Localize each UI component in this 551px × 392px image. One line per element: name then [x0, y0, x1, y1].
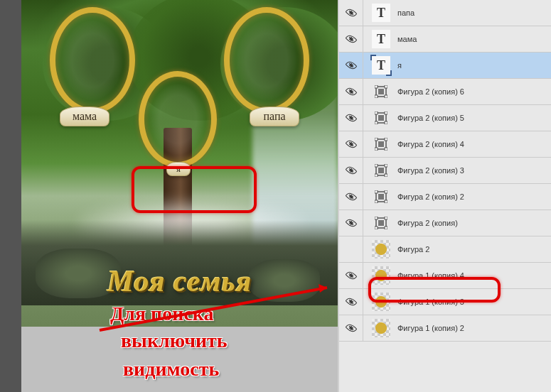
layer-thumbnail[interactable]	[372, 109, 390, 127]
layer-row-9[interactable]: Фигура 2	[339, 236, 551, 263]
layer-visibility-toggle[interactable]	[339, 79, 363, 104]
layer-visibility-toggle[interactable]	[339, 236, 363, 262]
ribbon-mama[interactable]: мама	[60, 107, 109, 126]
eye-icon	[345, 322, 357, 334]
svg-rect-18	[385, 148, 387, 151]
layer-visibility-toggle[interactable]	[339, 263, 363, 288]
layer-row-7[interactable]: Фигура 2 (копия) 2	[339, 184, 551, 210]
layer-name-label[interactable]: я	[397, 61, 402, 70]
svg-rect-11	[375, 121, 378, 124]
svg-rect-15	[375, 138, 378, 141]
layer-visibility-toggle[interactable]	[339, 0, 363, 26]
eye-icon	[345, 270, 357, 282]
layer-row-2[interactable]: Tя	[339, 53, 551, 79]
layer-row-1[interactable]: Tмама	[339, 26, 551, 53]
shape-icon	[375, 138, 387, 151]
layer-visibility-toggle[interactable]	[339, 184, 363, 209]
svg-rect-29	[375, 200, 378, 203]
layer-visibility-toggle[interactable]	[339, 289, 363, 315]
layer-row-0[interactable]: Tпапа	[339, 0, 551, 26]
eye-icon	[345, 7, 357, 19]
svg-rect-19	[378, 141, 384, 147]
svg-rect-31	[378, 194, 384, 200]
eye-icon	[345, 296, 357, 308]
annotation-line-2: выключить	[121, 328, 228, 354]
svg-rect-36	[385, 227, 387, 229]
layer-name-label[interactable]: папа	[397, 9, 414, 17]
layer-name-label[interactable]: Фигура 2 (копия)	[397, 219, 458, 227]
layer-name-label[interactable]: Фигура 2 (копия) 4	[397, 140, 464, 148]
layer-name-label[interactable]: Фигура 2 (копия) 3	[397, 166, 464, 175]
ribbon-papa[interactable]: папа	[250, 107, 299, 126]
eye-icon	[345, 33, 357, 45]
layer-name-label[interactable]: Фигура 2	[397, 245, 429, 254]
layer-row-3[interactable]: Фигура 2 (копия) 6	[339, 79, 551, 105]
layer-thumbnail[interactable]	[372, 82, 390, 101]
layer-row-4[interactable]: Фигура 2 (копия) 5	[339, 105, 551, 131]
svg-rect-35	[375, 227, 378, 229]
layer-thumbnail[interactable]	[372, 319, 390, 337]
shape-icon	[375, 85, 387, 98]
layer-thumbnail[interactable]	[372, 135, 390, 153]
shape-icon	[375, 190, 387, 203]
layer-visibility-toggle[interactable]	[339, 315, 363, 341]
eye-icon	[345, 217, 357, 229]
svg-rect-25	[378, 168, 384, 173]
photo-frame-ya[interactable]	[139, 71, 217, 168]
svg-rect-9	[375, 111, 378, 114]
svg-rect-12	[385, 121, 387, 124]
svg-rect-28	[385, 190, 387, 193]
layer-visibility-toggle[interactable]	[339, 158, 363, 183]
layer-thumbnail[interactable]: T	[372, 4, 390, 22]
eye-icon	[345, 191, 357, 203]
svg-rect-33	[375, 217, 378, 219]
layer-name-label[interactable]: Фигура 2 (копия) 6	[397, 87, 464, 96]
document-canvas[interactable]: мама папа я Моя семья	[21, 0, 338, 327]
layer-name-label[interactable]: Фигура 1 (копия) 2	[397, 324, 464, 332]
annotation-line-3: видимость	[123, 356, 219, 382]
image-thumb-icon	[372, 319, 390, 337]
layer-thumbnail[interactable]	[372, 214, 390, 232]
photo-frame-mama[interactable]	[50, 7, 135, 114]
layer-row-8[interactable]: Фигура 2 (копия)	[339, 210, 551, 236]
canvas-margin	[0, 0, 21, 392]
layer-row-5[interactable]: Фигура 2 (копия) 4	[339, 131, 551, 158]
layer-name-label[interactable]: мама	[397, 35, 417, 43]
layer-thumbnail[interactable]: T	[372, 30, 390, 48]
eye-icon	[345, 165, 357, 177]
layers-panel[interactable]: TпапаTмамаTяФигура 2 (копия) 6Фигура 2 (…	[338, 0, 551, 392]
eye-icon	[345, 138, 357, 151]
layer-visibility-toggle[interactable]	[339, 131, 363, 157]
eye-icon	[345, 86, 357, 98]
canvas-area[interactable]: мама папа я Моя семья Для поиска выключи…	[0, 0, 338, 392]
svg-rect-3	[375, 85, 378, 88]
layer-thumbnail[interactable]	[372, 240, 390, 258]
layer-thumbnail[interactable]	[372, 187, 390, 206]
svg-rect-22	[385, 164, 387, 167]
layer-visibility-toggle[interactable]	[339, 53, 363, 78]
svg-marker-1	[319, 284, 327, 293]
shape-icon	[375, 217, 387, 229]
svg-rect-27	[375, 190, 378, 193]
svg-rect-7	[378, 89, 384, 94]
eye-icon	[345, 112, 357, 124]
layer-name-label[interactable]: Фигура 2 (копия) 2	[397, 192, 464, 201]
layer-thumbnail[interactable]	[372, 161, 390, 180]
layer-row-6[interactable]: Фигура 2 (копия) 3	[339, 158, 551, 184]
layer-row-12[interactable]: Фигура 1 (копия) 2	[339, 315, 551, 342]
svg-rect-30	[385, 200, 387, 203]
svg-rect-13	[378, 115, 384, 121]
shape-icon	[375, 111, 387, 124]
layer-visibility-toggle[interactable]	[339, 210, 363, 236]
layer-thumbnail[interactable]: T	[372, 56, 390, 75]
svg-rect-24	[385, 174, 387, 177]
annotation-arrow	[100, 284, 338, 285]
eye-icon	[345, 60, 357, 72]
svg-rect-34	[385, 217, 387, 219]
svg-rect-6	[385, 95, 387, 98]
svg-rect-17	[375, 148, 378, 151]
layer-visibility-toggle[interactable]	[339, 105, 363, 131]
photo-frame-papa[interactable]	[224, 7, 309, 114]
layer-visibility-toggle[interactable]	[339, 26, 363, 52]
layer-name-label[interactable]: Фигура 2 (копия) 5	[397, 114, 464, 122]
